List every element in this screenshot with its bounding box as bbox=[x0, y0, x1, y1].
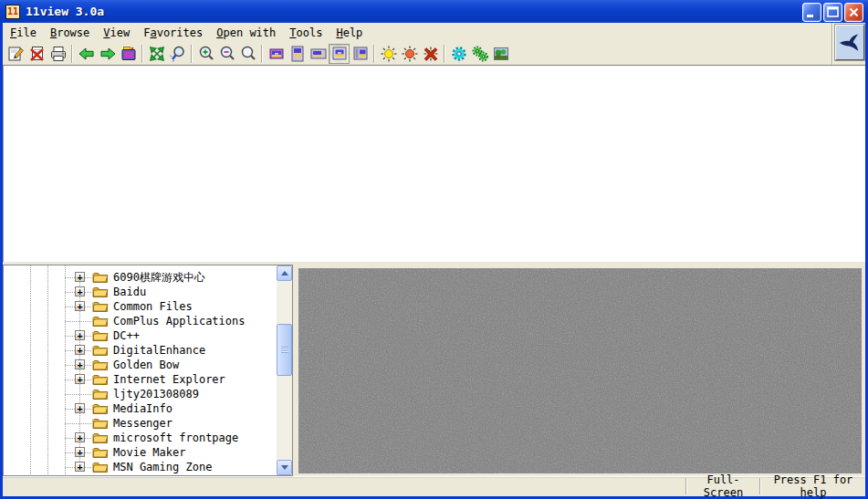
expand-plus-icon[interactable]: + bbox=[75, 359, 85, 369]
menu-file[interactable]: File bbox=[10, 26, 37, 39]
view-sidebar-button[interactable] bbox=[350, 44, 371, 64]
menu-view[interactable]: View bbox=[103, 26, 130, 39]
maximize-button[interactable] bbox=[823, 3, 842, 22]
folder-tree: + 6090棋牌游戏中心 + Baidu + Common Files + Co… bbox=[3, 265, 293, 476]
tree-item[interactable]: + DigitalEnhance bbox=[4, 343, 276, 358]
settings-button[interactable] bbox=[448, 44, 469, 64]
brightness-sun-icon bbox=[380, 45, 398, 63]
toolbar-separator bbox=[71, 45, 73, 63]
slideshow-button[interactable] bbox=[118, 44, 139, 64]
view-window-icon bbox=[330, 45, 349, 63]
saturation-button[interactable] bbox=[399, 44, 420, 64]
brightness-button[interactable] bbox=[378, 44, 399, 64]
menu-browse[interactable]: Browse bbox=[50, 26, 89, 39]
minimize-icon bbox=[804, 5, 820, 20]
app-logo-button[interactable] bbox=[835, 25, 864, 60]
menu-favorites[interactable]: Favorites bbox=[143, 26, 203, 39]
batch-convert-button[interactable] bbox=[469, 44, 490, 64]
view-horizontal-button[interactable] bbox=[308, 44, 329, 64]
zoom-in-button[interactable] bbox=[195, 44, 216, 64]
wallpaper-button[interactable] bbox=[490, 44, 511, 64]
expand-plus-icon[interactable]: + bbox=[75, 330, 85, 340]
zoom-select-button[interactable] bbox=[167, 44, 188, 64]
tree-item[interactable]: + ComPlus Applications bbox=[4, 314, 276, 328]
zoom-actual-button[interactable] bbox=[237, 44, 258, 64]
view-fullscreen-button[interactable] bbox=[266, 44, 287, 64]
close-icon bbox=[846, 5, 862, 20]
tree-item[interactable]: + MediaInfo bbox=[4, 401, 276, 416]
expand-plus-icon[interactable]: + bbox=[75, 447, 85, 457]
noise-texture bbox=[298, 268, 862, 473]
tree-item[interactable]: + Messenger bbox=[4, 416, 276, 431]
tree-item[interactable]: + 6090棋牌游戏中心 bbox=[4, 270, 276, 285]
back-button[interactable] bbox=[76, 44, 97, 64]
expand-plus-icon[interactable]: + bbox=[75, 403, 85, 413]
tree-item[interactable]: + Common Files bbox=[4, 299, 276, 314]
view-vertical-button[interactable] bbox=[287, 44, 308, 64]
edit-button[interactable] bbox=[5, 44, 26, 64]
scroll-up-button[interactable] bbox=[277, 265, 292, 281]
tree-item[interactable]: + MSN Gaming Zone bbox=[4, 460, 276, 474]
menu-tools[interactable]: Tools bbox=[289, 26, 322, 39]
tree-item-label: Messenger bbox=[113, 417, 173, 430]
print-button[interactable] bbox=[47, 44, 68, 64]
scroll-down-button[interactable] bbox=[277, 460, 292, 475]
tree-stub-line bbox=[65, 321, 92, 322]
scrollbar-grip-icon bbox=[281, 347, 288, 353]
expand-plus-icon[interactable]: + bbox=[75, 301, 85, 311]
thumbnail-pane bbox=[298, 268, 862, 473]
menu-open-with[interactable]: Open with bbox=[216, 26, 276, 39]
minimize-button[interactable] bbox=[802, 3, 821, 22]
tree-scrollbar[interactable] bbox=[277, 265, 292, 475]
settings-gear-icon bbox=[450, 45, 468, 63]
tree-item[interactable]: + Golden Bow bbox=[4, 358, 276, 372]
expand-plus-icon[interactable]: + bbox=[75, 462, 85, 472]
zoom-out-button[interactable] bbox=[216, 44, 237, 64]
view-sidebar-icon bbox=[351, 45, 370, 63]
delete-button[interactable] bbox=[26, 44, 47, 64]
tree-item-label: DigitalEnhance bbox=[113, 344, 205, 357]
tree-item[interactable]: + Movie Maker bbox=[4, 445, 276, 460]
tree-item-label: Golden Bow bbox=[113, 359, 179, 371]
expand-plus-icon[interactable]: + bbox=[75, 272, 85, 282]
image-preview-pane bbox=[3, 65, 865, 262]
tree-item[interactable]: + Internet Explorer bbox=[4, 372, 276, 387]
maximize-icon bbox=[825, 5, 841, 20]
view-fullscreen-icon bbox=[267, 45, 286, 63]
view-window-button[interactable] bbox=[329, 44, 350, 64]
tree-stub-line bbox=[65, 394, 92, 395]
tree-stub-line bbox=[65, 423, 92, 424]
folder-icon bbox=[92, 373, 109, 386]
toolbar-separator bbox=[141, 45, 143, 63]
zoom-actual-icon bbox=[239, 45, 257, 63]
chevron-down-icon bbox=[281, 465, 288, 470]
toolbar-separator bbox=[261, 45, 263, 63]
title-bar: 11 11view 3.0a bbox=[0, 0, 868, 23]
tree-item-label: Internet Explorer bbox=[113, 373, 225, 386]
folder-icon bbox=[92, 344, 109, 357]
edit-icon bbox=[7, 45, 26, 63]
tree-item-label: microsoft frontpage bbox=[113, 431, 238, 444]
window-controls bbox=[802, 3, 863, 22]
tree-item-label: Common Files bbox=[113, 300, 193, 313]
view-vertical-icon bbox=[288, 45, 307, 63]
expand-plus-icon[interactable]: + bbox=[75, 345, 85, 355]
fit-to-screen-icon bbox=[148, 45, 166, 63]
remove-enhance-icon bbox=[422, 45, 440, 63]
tree-item[interactable]: + DC++ bbox=[4, 328, 276, 343]
fit-to-screen-button[interactable] bbox=[146, 44, 167, 64]
close-button[interactable] bbox=[844, 3, 863, 22]
tree-item[interactable]: + microsoft frontpage bbox=[4, 431, 276, 445]
expand-plus-icon[interactable]: + bbox=[75, 286, 85, 296]
tree-item-label: Baidu bbox=[113, 286, 146, 298]
folder-icon bbox=[92, 286, 109, 298]
menu-help[interactable]: Help bbox=[336, 26, 362, 39]
tree-item[interactable]: + ljty201308089 bbox=[4, 387, 276, 401]
status-help: Press F1 for help bbox=[761, 473, 865, 499]
scrollbar-thumb[interactable] bbox=[277, 324, 292, 376]
forward-button[interactable] bbox=[97, 44, 118, 64]
expand-plus-icon[interactable]: + bbox=[75, 432, 85, 442]
expand-plus-icon[interactable]: + bbox=[75, 374, 85, 384]
remove-enhance-button[interactable] bbox=[420, 44, 441, 64]
tree-item[interactable]: + Baidu bbox=[4, 285, 276, 299]
